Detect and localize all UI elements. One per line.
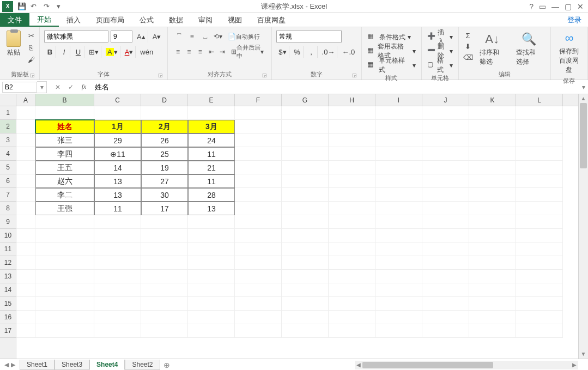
scroll-left-icon[interactable]: ◀ (355, 361, 362, 369)
cell-H3[interactable] (329, 134, 375, 147)
name-box-dropdown-icon[interactable]: ▾ (37, 81, 47, 93)
cell-H11[interactable] (329, 242, 375, 256)
cell-C2[interactable]: 1月 (94, 120, 141, 134)
cell-D4[interactable]: 25 (141, 147, 188, 161)
cell-C16[interactable] (94, 311, 141, 324)
cell-I17[interactable] (375, 324, 422, 338)
cell-A17[interactable] (16, 324, 35, 338)
ribbon-options-icon[interactable]: ▭ (539, 2, 546, 11)
cell-C5[interactable]: 14 (94, 161, 141, 174)
cell-F15[interactable] (235, 297, 282, 311)
cell-I15[interactable] (375, 297, 422, 311)
cell-D7[interactable]: 30 (141, 188, 188, 202)
cell-I3[interactable] (375, 134, 422, 147)
cell-F17[interactable] (235, 324, 282, 338)
paste-button[interactable]: 粘贴 (3, 29, 24, 58)
cell-G13[interactable] (282, 270, 329, 283)
row-header-9[interactable]: 9 (0, 215, 16, 229)
cell-J4[interactable] (422, 147, 469, 161)
restore-icon[interactable]: ▢ (565, 2, 572, 11)
phonetic-button[interactable]: wén (138, 46, 155, 58)
cell-B7[interactable]: 李二 (35, 188, 94, 202)
row-header-15[interactable]: 15 (0, 297, 16, 311)
cell-G7[interactable] (282, 188, 329, 202)
vertical-scrollbar[interactable]: ▲ ▼ (578, 94, 588, 359)
cell-D11[interactable] (141, 242, 188, 256)
align-bottom-icon[interactable]: ⎵ (198, 31, 211, 43)
alignment-launcher-icon[interactable]: ◲ (262, 72, 267, 78)
cell-D13[interactable] (141, 270, 188, 283)
cell-L13[interactable] (516, 270, 563, 283)
login-link[interactable]: 登录 (561, 15, 588, 25)
cell-K8[interactable] (469, 202, 516, 215)
cell-G2[interactable] (282, 120, 329, 134)
cell-E6[interactable]: 11 (188, 174, 235, 188)
cell-H9[interactable] (329, 215, 375, 229)
cell-F13[interactable] (235, 270, 282, 283)
cell-L2[interactable] (516, 120, 563, 134)
col-header-G[interactable]: G (282, 94, 329, 106)
copy-icon[interactable]: ⎘ (26, 43, 36, 52)
clipboard-launcher-icon[interactable]: ◲ (30, 72, 35, 78)
sheet-tab-sheet3[interactable]: Sheet3 (54, 360, 89, 370)
cell-D15[interactable] (141, 297, 188, 311)
cell-L17[interactable] (516, 324, 563, 338)
col-header-A[interactable]: A (16, 94, 35, 106)
cell-D9[interactable] (141, 215, 188, 229)
cell-K16[interactable] (469, 311, 516, 324)
cell-I8[interactable] (375, 202, 422, 215)
cell-K7[interactable] (469, 188, 516, 202)
cell-D8[interactable]: 17 (141, 202, 188, 215)
cell-E5[interactable]: 21 (188, 161, 235, 174)
cell-G16[interactable] (282, 311, 329, 324)
cell-E16[interactable] (188, 311, 235, 324)
sort-filter-button[interactable]: A↓ 排序和筛选 (475, 31, 510, 68)
cell-K14[interactable] (469, 283, 516, 297)
format-painter-icon[interactable]: 🖌 (26, 54, 36, 64)
cell-D14[interactable] (141, 283, 188, 297)
cell-C3[interactable]: 29 (94, 134, 141, 147)
cell-A4[interactable] (16, 147, 35, 161)
cell-C13[interactable] (94, 270, 141, 283)
row-header-7[interactable]: 7 (0, 188, 16, 202)
cell-B9[interactable] (35, 215, 94, 229)
row-header-8[interactable]: 8 (0, 202, 16, 215)
tab-file[interactable]: 文件 (0, 13, 29, 27)
cell-F6[interactable] (235, 174, 282, 188)
cell-B16[interactable] (35, 311, 94, 324)
cell-K4[interactable] (469, 147, 516, 161)
cells-container[interactable]: 姓名1月2月3月张三292624李四⊕112511王五141921赵六13271… (16, 106, 578, 359)
cell-B12[interactable] (35, 256, 94, 270)
cell-I7[interactable] (375, 188, 422, 202)
italic-button[interactable]: I (58, 46, 70, 58)
cell-F2[interactable] (235, 120, 282, 134)
scroll-up-icon[interactable]: ▲ (579, 94, 588, 103)
cell-F10[interactable] (235, 229, 282, 242)
cell-D16[interactable] (141, 311, 188, 324)
cell-B6[interactable]: 赵六 (35, 174, 94, 188)
col-header-J[interactable]: J (422, 94, 469, 106)
cell-D3[interactable]: 26 (141, 134, 188, 147)
tab-baidu[interactable]: 百度网盘 (250, 13, 293, 27)
cell-E3[interactable]: 24 (188, 134, 235, 147)
cell-C6[interactable]: 13 (94, 174, 141, 188)
cell-G4[interactable] (282, 147, 329, 161)
save-baidu-button[interactable]: ∞ 保存到 百度网盘 (554, 29, 584, 76)
cell-A8[interactable] (16, 202, 35, 215)
name-box[interactable] (2, 82, 37, 93)
indent-inc-icon[interactable]: ⇥ (217, 46, 228, 58)
tab-insert[interactable]: 插入 (59, 13, 88, 27)
sheet-tab-sheet1[interactable]: Sheet1 (20, 360, 54, 370)
cell-G1[interactable] (282, 106, 329, 120)
cell-E8[interactable]: 13 (188, 202, 235, 215)
cell-E7[interactable]: 28 (188, 188, 235, 202)
cell-J7[interactable] (422, 188, 469, 202)
indent-dec-icon[interactable]: ⇤ (205, 46, 216, 58)
cell-I1[interactable] (375, 106, 422, 120)
cell-K17[interactable] (469, 324, 516, 338)
cell-H17[interactable] (329, 324, 375, 338)
row-header-17[interactable]: 17 (0, 324, 16, 338)
cell-J12[interactable] (422, 256, 469, 270)
cell-B14[interactable] (35, 283, 94, 297)
cell-K3[interactable] (469, 134, 516, 147)
